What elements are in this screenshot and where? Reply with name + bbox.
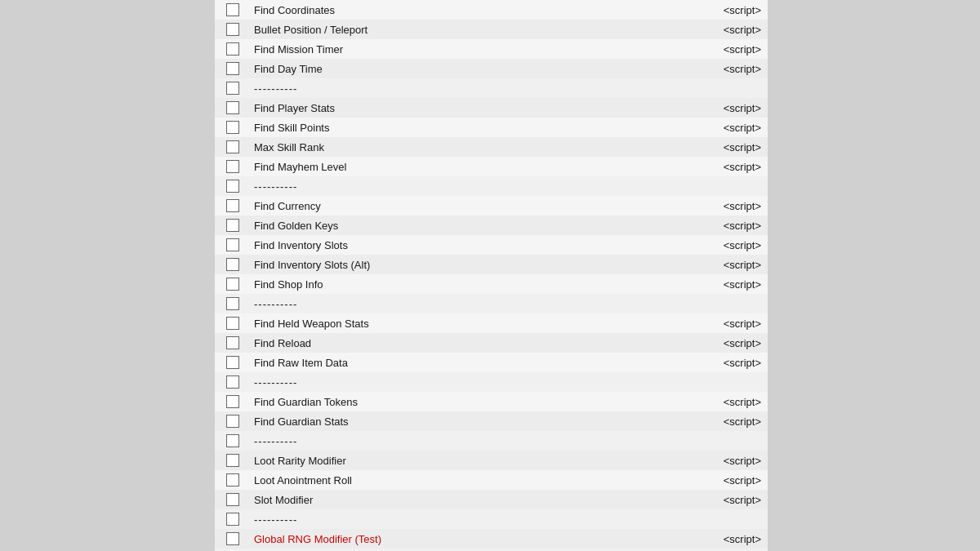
item-checkbox[interactable] — [226, 336, 239, 349]
checkbox-wrapper — [215, 121, 251, 134]
list-item: ---------- — [215, 294, 768, 313]
list-item[interactable]: Find Shop Info<script> — [215, 274, 768, 294]
separator-label: ---------- — [251, 513, 768, 526]
main-content: Find Coordinates<script>Bullet Position … — [215, 0, 768, 551]
item-script-find-player-stats: <script> — [702, 102, 768, 114]
item-checkbox[interactable] — [226, 140, 239, 153]
item-label-find-inventory-slots-alt: Find Inventory Slots (Alt) — [251, 259, 702, 271]
list-item[interactable]: Find Guardian Tokens<script> — [215, 392, 768, 411]
list-item[interactable]: Find Mission Timer<script> — [215, 39, 768, 59]
item-script-max-skill-rank: <script> — [702, 141, 768, 153]
checkbox-wrapper — [215, 317, 251, 330]
item-checkbox[interactable] — [226, 258, 239, 271]
item-label-find-currency: Find Currency — [251, 200, 702, 212]
list-item[interactable]: Slot Modifier<script> — [215, 490, 768, 509]
item-checkbox[interactable] — [226, 317, 239, 330]
item-checkbox[interactable] — [226, 356, 239, 369]
list-item[interactable]: Loot Rarity Modifier<script> — [215, 451, 768, 470]
separator-label: ---------- — [251, 180, 768, 193]
list-item[interactable]: Find Held Weapon Stats<script> — [215, 313, 768, 333]
checkbox-wrapper — [215, 473, 251, 487]
list-item[interactable]: Find Reload<script> — [215, 333, 768, 353]
checkbox-wrapper — [215, 395, 251, 408]
item-checkbox[interactable] — [226, 62, 239, 75]
item-label-loot-rarity-modifier: Loot Rarity Modifier — [251, 455, 702, 467]
item-script-find-shop-info: <script> — [702, 278, 768, 291]
item-checkbox[interactable] — [226, 3, 239, 16]
item-checkbox[interactable] — [226, 415, 239, 428]
item-checkbox[interactable] — [226, 493, 239, 506]
checkbox-wrapper — [215, 493, 251, 506]
item-checkbox[interactable] — [226, 395, 239, 408]
list-item[interactable]: Find Golden Keys<script> — [215, 216, 768, 235]
separator-checkbox[interactable] — [226, 180, 239, 193]
list-item[interactable]: Global RNG Modifier (Test)<script> — [215, 529, 768, 549]
checkbox-wrapper — [215, 258, 251, 271]
separator-checkbox-wrapper — [215, 82, 251, 95]
item-checkbox[interactable] — [226, 454, 239, 467]
item-label-find-day-time: Find Day Time — [251, 63, 702, 75]
item-script-find-raw-item-data: <script> — [702, 357, 768, 369]
list-item: ---------- — [215, 509, 768, 529]
list-item[interactable]: Bullet Position / Teleport<script> — [215, 20, 768, 39]
item-checkbox[interactable] — [226, 160, 239, 173]
separator-checkbox[interactable] — [226, 82, 239, 95]
item-script-find-reload: <script> — [702, 337, 768, 349]
item-script-find-guardian-stats: <script> — [702, 415, 768, 428]
item-list: Find Coordinates<script>Bullet Position … — [215, 0, 768, 549]
item-checkbox[interactable] — [226, 199, 239, 212]
separator-checkbox-wrapper — [215, 297, 251, 310]
separator-label: ---------- — [251, 435, 768, 447]
item-checkbox[interactable] — [226, 532, 239, 545]
list-item[interactable]: Loot Anointment Roll<script> — [215, 470, 768, 490]
checkbox-wrapper — [215, 356, 251, 369]
item-script-loot-rarity-modifier: <script> — [702, 455, 768, 467]
item-checkbox[interactable] — [226, 238, 239, 251]
list-item[interactable]: Find Inventory Slots (Alt)<script> — [215, 255, 768, 274]
checkbox-wrapper — [215, 336, 251, 349]
list-item[interactable]: Find Coordinates<script> — [215, 0, 768, 20]
item-label-find-held-weapon-stats: Find Held Weapon Stats — [251, 318, 702, 330]
item-checkbox[interactable] — [226, 42, 239, 56]
separator-checkbox[interactable] — [226, 375, 239, 389]
list-item[interactable]: Find Player Stats<script> — [215, 98, 768, 118]
item-label-find-coordinates: Find Coordinates — [251, 4, 702, 16]
item-checkbox[interactable] — [226, 278, 239, 291]
item-checkbox[interactable] — [226, 101, 239, 114]
list-item[interactable]: Find Raw Item Data<script> — [215, 353, 768, 372]
item-checkbox[interactable] — [226, 121, 239, 134]
item-checkbox[interactable] — [226, 473, 239, 487]
item-script-find-day-time: <script> — [702, 63, 768, 75]
item-checkbox[interactable] — [226, 23, 239, 36]
item-script-find-coordinates: <script> — [702, 4, 768, 16]
checkbox-wrapper — [215, 42, 251, 56]
list-item[interactable]: Find Guardian Stats<script> — [215, 411, 768, 431]
item-script-find-mayhem-level: <script> — [702, 161, 768, 173]
list-item[interactable]: Find Mayhem Level<script> — [215, 157, 768, 176]
item-label-bullet-position: Bullet Position / Teleport — [251, 24, 702, 36]
main-container: Find Coordinates<script>Bullet Position … — [0, 0, 980, 551]
right-panel — [768, 0, 980, 551]
separator-checkbox[interactable] — [226, 434, 239, 447]
item-label-find-reload: Find Reload — [251, 337, 702, 349]
checkbox-wrapper — [215, 278, 251, 291]
list-item[interactable]: Find Currency<script> — [215, 196, 768, 216]
separator-checkbox-wrapper — [215, 513, 251, 526]
item-checkbox[interactable] — [226, 219, 239, 232]
list-item: ---------- — [215, 176, 768, 196]
separator-checkbox-wrapper — [215, 180, 251, 193]
separator-label: ---------- — [251, 376, 768, 389]
item-script-find-guardian-tokens: <script> — [702, 396, 768, 408]
list-item[interactable]: Max Skill Rank<script> — [215, 137, 768, 157]
list-item[interactable]: Find Day Time<script> — [215, 59, 768, 78]
separator-label: ---------- — [251, 82, 768, 95]
checkbox-wrapper — [215, 101, 251, 114]
separator-checkbox[interactable] — [226, 297, 239, 310]
checkbox-wrapper — [215, 532, 251, 545]
separator-checkbox[interactable] — [226, 513, 239, 526]
checkbox-wrapper — [215, 160, 251, 173]
list-item[interactable]: Find Inventory Slots<script> — [215, 235, 768, 255]
item-script-find-currency: <script> — [702, 200, 768, 212]
list-item[interactable]: Find Skill Points<script> — [215, 118, 768, 137]
list-item: ---------- — [215, 78, 768, 98]
